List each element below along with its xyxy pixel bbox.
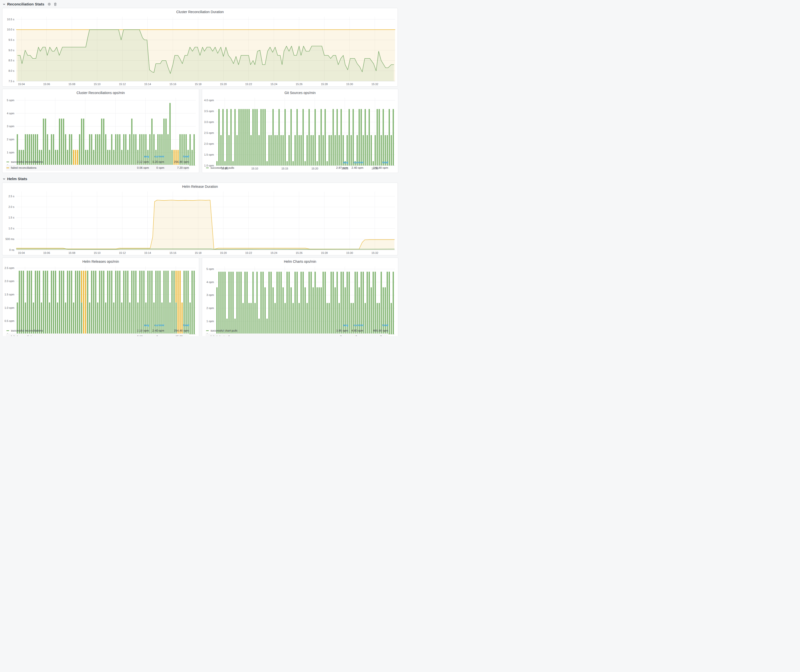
panel-cluster-reconciliation-duration: Cluster Reconciliation Duration 15:0415:… <box>2 8 398 86</box>
git-sources-ops-min-svg[interactable]: 15:0515:1015:1515:2015:2515:301.0 opm1.5… <box>203 96 398 171</box>
svg-text:4 opm: 4 opm <box>206 281 214 283</box>
legend-row: successful reconciliations2.10 opm2.40 o… <box>6 328 189 334</box>
svg-text:2.0 opm: 2.0 opm <box>204 142 214 145</box>
svg-text:3 opm: 3 opm <box>7 125 14 128</box>
legend-series-label[interactable]: successful reconciliations <box>6 160 134 163</box>
legend-value: 4.80 opm <box>348 329 363 332</box>
svg-text:15:28: 15:28 <box>321 251 328 254</box>
legend-row: successful reconciliations2.12 opm1.20 o… <box>6 159 189 165</box>
cluster-reconciliations-ops-chart[interactable]: 15:0515:1015:1515:2015:2515:300 opm1 opm… <box>2 95 199 154</box>
svg-text:2 opm: 2 opm <box>7 138 14 141</box>
trash-icon[interactable] <box>54 2 57 6</box>
svg-text:10.5 s: 10.5 s <box>7 18 14 21</box>
section-title[interactable]: Helm Stats <box>7 177 27 181</box>
legend-series-label[interactable]: successful git pulls <box>206 166 333 169</box>
legend-value: 0.13 opm <box>134 335 149 336</box>
helm-release-duration-chart[interactable]: 15:0415:0615:0815:1015:1215:1415:1615:18… <box>2 189 398 255</box>
legend-col-current[interactable]: current <box>348 324 363 326</box>
svg-text:15:32: 15:32 <box>371 83 379 86</box>
chevron-down-icon[interactable] <box>3 178 5 180</box>
legend-col-avg[interactable]: avg <box>134 155 149 158</box>
legend-col-avg[interactable]: avg <box>333 324 348 326</box>
legend-col-current[interactable]: current <box>149 155 164 158</box>
legend-header: avgcurrenttotal <box>6 154 189 159</box>
panel-helm-charts-ops: Helm Charts ops/min 15:0515:1015:1515:20… <box>202 258 398 336</box>
svg-text:15:04: 15:04 <box>18 83 25 86</box>
svg-text:9.5 s: 9.5 s <box>8 38 14 41</box>
svg-text:15:08: 15:08 <box>69 83 75 86</box>
legend-col-current[interactable]: current <box>149 324 164 326</box>
legend-col-total[interactable]: total <box>363 161 388 164</box>
svg-text:1.5 opm: 1.5 opm <box>204 153 214 156</box>
cluster-reconciliation-duration-svg[interactable]: 15:0415:0615:0815:1015:1215:1415:1615:18… <box>3 14 398 86</box>
legend-value: 256.80 opm <box>164 160 189 163</box>
series-color-dash <box>6 162 9 162</box>
legend-value: 0 opm <box>333 335 348 336</box>
svg-text:10.0 s: 10.0 s <box>7 28 14 31</box>
svg-text:15:16: 15:16 <box>170 251 176 254</box>
panel-title[interactable]: Helm Charts ops/min <box>202 258 398 264</box>
svg-text:7.5 s: 7.5 s <box>8 80 14 83</box>
svg-text:15:26: 15:26 <box>296 83 302 86</box>
legend-series-label[interactable]: failed reconciliations <box>6 335 134 336</box>
svg-text:15:14: 15:14 <box>144 83 151 86</box>
svg-text:5 opm: 5 opm <box>206 267 214 270</box>
svg-text:9.0 s: 9.0 s <box>8 49 14 52</box>
panel-title[interactable]: Cluster Reconciliation Duration <box>2 8 398 14</box>
legend-value: 465.60 opm <box>363 329 388 332</box>
legend-series-label[interactable]: failed reconciliations <box>6 166 134 169</box>
svg-text:0 ns: 0 ns <box>9 248 14 251</box>
svg-text:2 opm: 2 opm <box>206 307 214 310</box>
svg-text:15:30: 15:30 <box>346 83 353 86</box>
legend-col-total[interactable]: total <box>363 324 388 326</box>
svg-text:15:22: 15:22 <box>245 251 252 254</box>
section-title[interactable]: Reconciliation Stats <box>7 2 44 6</box>
legend-series-label[interactable]: failed chart pulls <box>206 335 333 336</box>
legend-series-label[interactable]: successful chart pulls <box>206 329 333 332</box>
svg-text:15:24: 15:24 <box>270 251 277 254</box>
legend-col-avg[interactable]: avg <box>134 324 149 326</box>
svg-text:15:08: 15:08 <box>69 251 75 254</box>
legend-col-total[interactable]: total <box>164 324 189 326</box>
svg-text:1.5 s: 1.5 s <box>8 216 14 219</box>
svg-text:15:18: 15:18 <box>195 251 202 254</box>
svg-text:15:06: 15:06 <box>43 83 50 86</box>
panel-title[interactable]: Git Sources ops/min <box>202 89 398 95</box>
legend-value: 0 opm <box>348 335 363 336</box>
legend-header: avgcurrenttotal <box>206 323 388 328</box>
svg-text:2.0 opm: 2.0 opm <box>5 280 14 283</box>
legend-value: 346.80 opm <box>363 166 388 169</box>
svg-text:3 opm: 3 opm <box>206 293 214 296</box>
helm-release-duration-svg[interactable]: 15:0415:0615:0815:1015:1215:1415:1615:18… <box>3 189 398 255</box>
svg-text:4.0 opm: 4.0 opm <box>204 99 214 102</box>
helm-charts-ops-chart[interactable]: 15:0515:1015:1515:2015:2515:300 opm1 opm… <box>202 264 398 323</box>
git-sources-ops-chart[interactable]: 15:0515:1015:1515:2015:2515:301.0 opm1.5… <box>202 95 398 160</box>
legend-col-total[interactable]: total <box>164 155 189 158</box>
svg-text:1.0 opm: 1.0 opm <box>5 306 14 309</box>
helm-releases-ops-chart[interactable]: 15:0515:1015:1515:2015:2515:300 opm0.5 o… <box>2 264 199 323</box>
legend-row: failed reconciliations0.13 opm0 opm15.60… <box>6 334 189 336</box>
panel-title[interactable]: Helm Releases ops/min <box>2 258 199 264</box>
series-color-dash <box>206 330 209 331</box>
legend: avgcurrenttotalsuccessful reconciliation… <box>2 154 199 173</box>
svg-text:15:30: 15:30 <box>346 251 353 254</box>
svg-text:15:12: 15:12 <box>119 83 126 86</box>
legend-col-avg[interactable]: avg <box>333 161 348 164</box>
chevron-down-icon[interactable] <box>3 3 5 6</box>
svg-text:8.0 s: 8.0 s <box>8 69 14 72</box>
section-header-reconciliation-stats: Reconciliation Stats <box>1 0 399 8</box>
svg-text:1 opm: 1 opm <box>7 151 14 154</box>
gear-icon[interactable] <box>48 2 51 6</box>
legend-series-label[interactable]: successful reconciliations <box>6 329 134 332</box>
svg-text:2.5 opm: 2.5 opm <box>5 266 14 269</box>
svg-text:1 opm: 1 opm <box>206 320 214 323</box>
cluster-reconciliation-duration-chart[interactable]: 15:0415:0615:0815:1015:1215:1415:1615:18… <box>2 14 398 86</box>
legend-col-current[interactable]: current <box>348 161 363 164</box>
legend-value: 1.20 opm <box>149 160 164 163</box>
svg-text:15:32: 15:32 <box>371 251 379 254</box>
legend-value: 0 opm <box>149 335 164 336</box>
svg-text:15:20: 15:20 <box>220 251 227 254</box>
panel-title[interactable]: Cluster Reconciliations ops/min <box>2 89 199 95</box>
panel-title[interactable]: Helm Release Duration <box>2 183 398 189</box>
panel-git-sources-ops: Git Sources ops/min 15:0515:1015:1515:20… <box>202 89 398 173</box>
